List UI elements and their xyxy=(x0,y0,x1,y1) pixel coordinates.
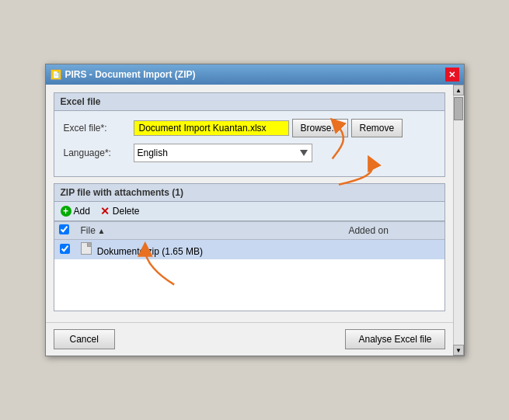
zip-toolbar: + Add ✕ Delete xyxy=(54,202,445,221)
scroll-up-button[interactable]: ▲ xyxy=(453,85,464,95)
language-select[interactable]: English xyxy=(134,144,312,162)
table-header-row: File Added on xyxy=(54,222,445,240)
scroll-down-button[interactable]: ▼ xyxy=(453,345,464,356)
excel-file-label: Excel file*: xyxy=(64,123,134,134)
empty-row xyxy=(54,293,445,311)
dialog-title: PIRS - Document Import (ZIP) xyxy=(65,69,196,80)
language-row: Language*: English xyxy=(64,144,435,162)
file-name-cell: Dokumente.zip (1.65 MB) xyxy=(76,240,344,260)
excel-section-header: Excel file xyxy=(54,93,445,111)
added-on-cell xyxy=(343,240,444,260)
added-on-column-header[interactable]: Added on xyxy=(343,222,444,240)
file-list-area: File Added on xyxy=(54,221,445,311)
zip-section-header: ZIP file with attachments (1) xyxy=(54,184,445,202)
zip-file-icon xyxy=(81,242,92,255)
excel-file-row: Excel file*: Document Import Kuantan.xls… xyxy=(64,119,435,137)
title-bar: 📄 PIRS - Document Import (ZIP) ✕ xyxy=(46,64,464,85)
excel-section: Excel file Excel file*: Document Import … xyxy=(54,92,445,177)
file-column-header[interactable]: File xyxy=(76,222,344,240)
scroll-thumb[interactable] xyxy=(454,97,463,120)
empty-row xyxy=(54,259,445,276)
table-row: Dokumente.zip (1.65 MB) xyxy=(54,240,445,260)
delete-button[interactable]: ✕ Delete xyxy=(99,206,140,217)
add-icon: + xyxy=(61,206,71,217)
delete-icon: ✕ xyxy=(99,206,110,217)
header-checkbox-cell xyxy=(54,222,76,240)
browse-button[interactable]: Browse... xyxy=(292,119,348,137)
language-label: Language*: xyxy=(64,148,134,158)
analyse-button[interactable]: Analyse Excel file xyxy=(345,329,445,349)
close-button[interactable]: ✕ xyxy=(445,68,459,82)
empty-row xyxy=(54,276,445,293)
row-checkbox-cell xyxy=(54,240,76,260)
document-import-dialog: 📄 PIRS - Document Import (ZIP) ✕ Excel f… xyxy=(45,64,465,356)
dialog-icon: 📄 xyxy=(51,69,61,80)
dialog-footer: Cancel Analyse Excel file xyxy=(46,322,453,356)
dialog-scrollbar[interactable]: ▲ ▼ xyxy=(453,85,464,356)
select-all-checkbox[interactable] xyxy=(59,224,69,234)
add-button[interactable]: + Add xyxy=(61,206,90,217)
file-table: File Added on xyxy=(54,222,445,311)
cancel-button[interactable]: Cancel xyxy=(54,329,115,349)
file-name: Dokumente.zip (1.65 MB) xyxy=(97,246,203,257)
remove-button[interactable]: Remove xyxy=(351,119,403,137)
zip-section: ZIP file with attachments (1) + Add ✕ De… xyxy=(54,183,445,311)
excel-file-value: Document Import Kuantan.xlsx xyxy=(134,120,289,136)
row-checkbox[interactable] xyxy=(60,244,70,254)
